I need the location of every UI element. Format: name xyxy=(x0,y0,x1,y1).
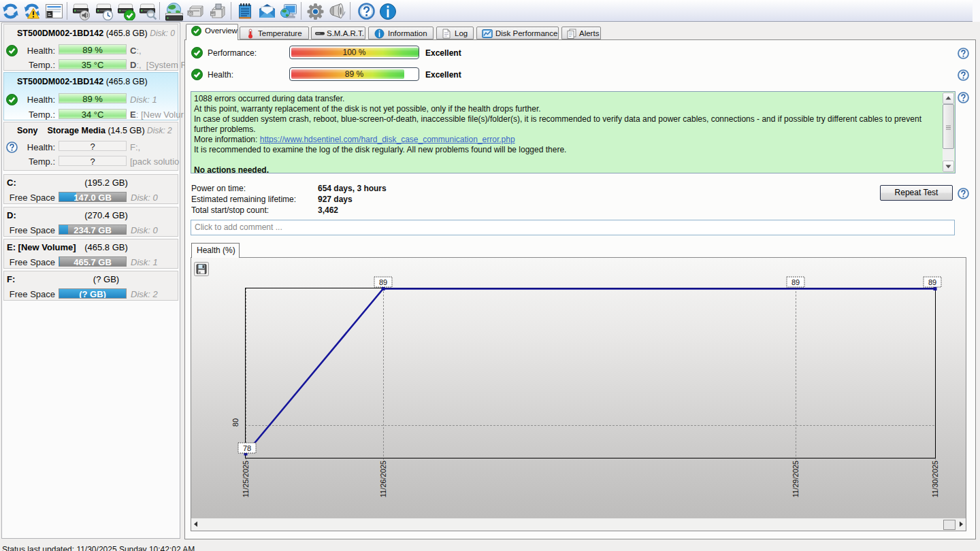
svg-text:80: 80 xyxy=(231,418,240,427)
svg-text:11/26/2025: 11/26/2025 xyxy=(379,461,387,497)
svg-text:89: 89 xyxy=(791,278,800,286)
svg-text:78: 78 xyxy=(243,444,251,452)
svg-text:11/29/2025: 11/29/2025 xyxy=(791,461,800,497)
svg-text:11/25/2025: 11/25/2025 xyxy=(242,461,250,497)
svg-text:89: 89 xyxy=(379,278,387,286)
svg-text:89: 89 xyxy=(928,278,936,286)
svg-text:11/30/2025: 11/30/2025 xyxy=(931,461,939,497)
